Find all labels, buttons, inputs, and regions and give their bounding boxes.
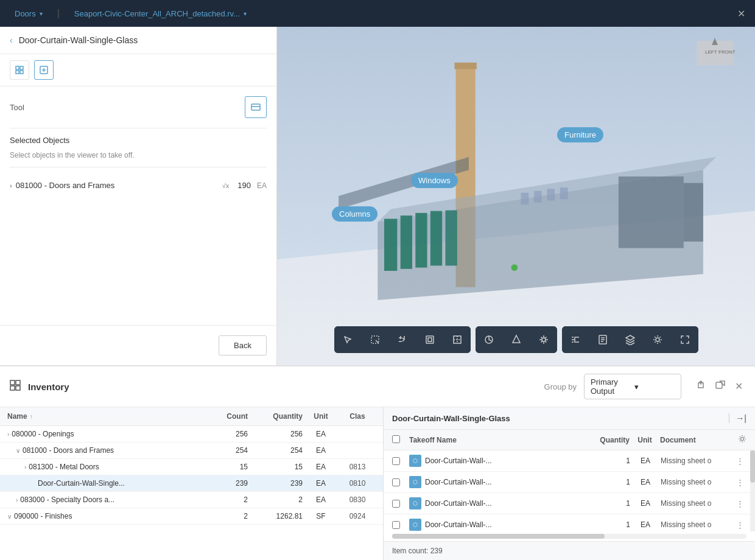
row-checkbox-4[interactable] [392,521,400,529]
doors-tab[interactable]: Doors ▾ [10,7,47,21]
table-scroll[interactable]: › 080000 - Openings 256 256 EA ∨ 081000 … [0,426,383,560]
row-name-doors: ∨ 081000 - Doors and Frames [7,446,199,455]
name-header-label: Name [7,412,27,421]
detail-row-name-3: Door-Curtain-Wall-... [425,499,588,508]
detail-more-btn-4[interactable]: ⋮ [734,520,746,530]
row-name-curtain: Door-Curtain-Wall-Single... [7,479,199,488]
viewer-toolbar [334,326,698,353]
detail-row-check[interactable] [392,478,409,486]
bottom-section: Inventory Group by Primary Output ▾ [0,365,755,560]
toolbar-pan-btn[interactable] [389,326,416,353]
svg-rect-37 [10,380,15,385]
toolbar-measure-btn[interactable] [476,326,502,353]
detail-scrollbar[interactable] [750,450,755,531]
svg-rect-12 [384,219,397,271]
toolbar-fullscreen-btn[interactable] [672,326,698,353]
toolbar-explode-btn[interactable] [530,326,557,353]
row-checkbox-2[interactable] [392,478,400,486]
row-checkbox-3[interactable] [392,500,400,508]
table-row[interactable]: ∨ 090000 - Finishes 2 1262.81 SF 0924 [0,508,383,525]
detail-scroll[interactable]: ⬡ Door-Curtain-Wall-... 1 EA Missing she… [384,450,755,531]
inventory-close-button[interactable]: ✕ [732,378,745,395]
window-close-button[interactable]: ✕ [737,8,745,19]
detail-row[interactable]: ⬡ Door-Curtain-Wall-... 1 EA Missing she… [384,450,755,472]
svg-rect-9 [454,63,476,69]
toolbar-tree-btn[interactable] [562,326,589,353]
row-checkbox-1[interactable] [392,457,400,465]
detail-col-qty-header: Quantity [587,436,630,444]
windows-label[interactable]: Windows [411,173,458,188]
item-count: Item count: 239 [392,547,443,555]
detail-title: Door-Curtain-Wall-Single-Glass [392,414,724,423]
furniture-label[interactable]: Furniture [557,127,603,142]
svg-rect-20 [521,193,529,205]
tool-icon-button[interactable] [245,96,267,118]
toolbar-layers-btn[interactable] [617,326,644,353]
export-button[interactable] [694,378,708,395]
detail-row-unit-1: EA [630,457,661,465]
sidebar-tab-2[interactable] [34,60,54,80]
svg-rect-2 [16,71,19,74]
group-by-dropdown[interactable]: Primary Output ▾ [584,374,681,399]
sidebar-header: ‹ Door-Curtain-Wall-Single-Glass [0,27,276,54]
detail-row-name-1: Door-Curtain-Wall-... [425,457,588,465]
detail-row[interactable]: ⬡ Door-Curtain-Wall-... 1 EA Missing she… [384,493,755,514]
row-count: 239 [199,479,248,488]
table-row[interactable]: › 081300 - Metal Doors 15 15 EA 0813 [0,459,383,475]
file-tab-label: Seaport-Civic-Center_All_ARCH_detached.r… [74,9,240,18]
table-row[interactable]: ∨ 081000 - Doors and Frames 254 254 EA [0,443,383,459]
row-qty: 1262.81 [248,512,303,520]
selected-objects-label: Selected Objects [10,136,267,145]
toolbar-section-btn[interactable] [444,326,471,353]
sidebar-tab-1[interactable] [10,60,29,80]
svg-rect-21 [534,191,542,202]
columns-label[interactable]: Columns [332,206,378,222]
back-button[interactable]: Back [219,335,267,355]
toolbar-fit-btn[interactable] [416,326,443,353]
svg-point-34 [542,338,546,341]
col-unit-header: Unit [303,412,339,421]
row-qty: 2 [248,495,303,504]
sidebar-back-icon[interactable]: ‹ [10,35,13,45]
svg-rect-23 [560,187,568,199]
toolbar-settings-btn[interactable] [644,326,671,353]
detail-row-doc-3: Missing sheet o [661,499,734,508]
svg-rect-16 [445,211,457,266]
toolbar-isolate-btn[interactable] [503,326,530,353]
detail-row-name-4: Door-Curtain-Wall-... [425,520,588,529]
top-section: ‹ Door-Curtain-Wall-Single-Glass [0,27,755,365]
category-row[interactable]: › 081000 - Doors and Frames √x 190 EA [10,175,267,196]
table-row-selected[interactable]: Door-Curtain-Wall-Single... 239 239 EA 0… [0,475,383,492]
svg-rect-30 [426,336,434,343]
sort-icon[interactable]: ↑ [30,413,33,420]
detail-more-btn-1[interactable]: ⋮ [734,457,746,466]
svg-rect-40 [16,386,20,390]
detail-row-unit-4: EA [630,520,661,529]
horizontal-scrollbar[interactable] [392,534,746,539]
svg-rect-18 [684,183,703,242]
toolbar-select-btn[interactable] [334,326,361,353]
viewer[interactable]: Furniture Windows Columns LEFT FRONT [277,27,755,365]
divider-1 [10,128,267,128]
sidebar-tab-row [0,54,276,86]
detail-arrow-button[interactable]: →| [729,413,746,423]
detail-row-check[interactable] [392,521,409,529]
select-all-checkbox[interactable] [392,435,400,443]
detail-row[interactable]: ⬡ Door-Curtain-Wall-... 1 EA Missing she… [384,514,755,531]
nav-widget[interactable]: LEFT FRONT [684,38,745,88]
table-row[interactable]: › 083000 - Specialty Doors a... 2 2 EA 0… [0,492,383,508]
file-tab[interactable]: Seaport-Civic-Center_All_ARCH_detached.r… [69,7,251,21]
detail-row[interactable]: ⬡ Door-Curtain-Wall-... 1 EA Missing she… [384,472,755,493]
detail-more-btn-3[interactable]: ⋮ [734,499,746,508]
detail-row-check[interactable] [392,500,409,508]
new-window-button[interactable] [713,378,728,395]
detail-row-check[interactable] [392,457,409,465]
toolbar-marquee-btn[interactable] [362,326,388,353]
detail-settings-button[interactable] [738,435,746,445]
table-row[interactable]: › 080000 - Openings 256 256 EA [0,426,383,443]
file-tab-chevron: ▾ [244,10,247,17]
detail-more-btn-2[interactable]: ⋮ [734,478,746,487]
category-chevron: › [10,182,12,189]
toolbar-properties-btn[interactable] [589,326,616,353]
row-name-openings: › 080000 - Openings [7,430,199,438]
